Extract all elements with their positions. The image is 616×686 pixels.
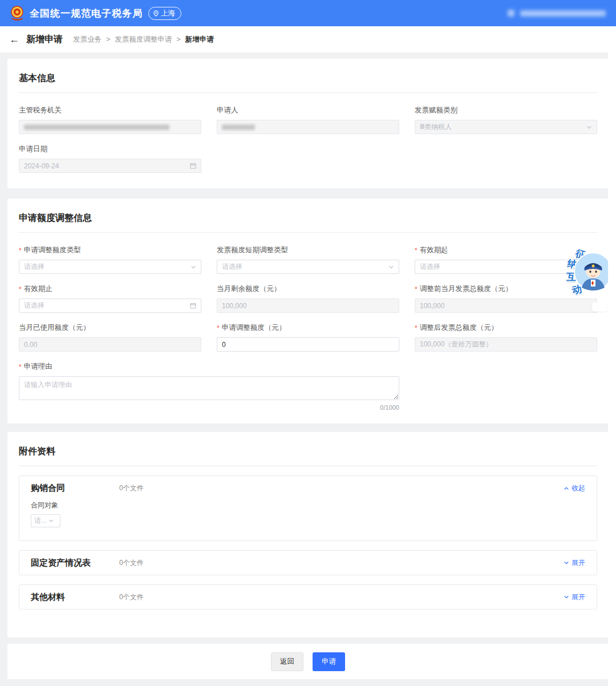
select-placeholder: 请选择	[24, 301, 44, 310]
page-header: ← 新增申请 发票业务 > 发票额度调整申请 > 新增申请	[0, 26, 616, 53]
char-counter: 0/1000	[19, 404, 399, 411]
field-short-term-type: 发票额度短期调整类型 请选择	[217, 245, 399, 274]
apply-date-input: 2024-09-24	[19, 159, 201, 173]
calendar-icon	[190, 163, 196, 169]
field-reason: 申请理由 0/1000	[19, 362, 597, 411]
breadcrumb: 发票业务 > 发票额度调整申请 > 新增申请	[73, 35, 214, 45]
field-tax-authority: 主管税务机关	[19, 106, 201, 134]
quota-category-select: Ⅲ类纳税人	[415, 120, 597, 134]
widget-minimized-stub[interactable]	[592, 302, 607, 312]
location-label: 上海	[161, 9, 175, 18]
location-switcher[interactable]: 上海	[148, 7, 181, 20]
location-pin-icon	[153, 10, 159, 17]
quota-category-value: Ⅲ类纳税人	[420, 122, 452, 132]
field-apply-date: 申请日期 2024-09-24	[19, 144, 201, 173]
breadcrumb-separator: >	[176, 35, 180, 43]
adjust-type-select[interactable]: 请选择	[19, 260, 201, 274]
chevron-down-icon	[586, 124, 592, 130]
before-total-input: 100,000	[415, 298, 597, 313]
chevron-down-icon	[564, 560, 569, 566]
field-after-total: 调整后发票总额度（元） 100,000（壹拾万圆整）	[415, 323, 597, 352]
attachment-title: 固定资产情况表	[31, 558, 119, 568]
section-title: 申请额度调整信息	[19, 209, 597, 232]
after-total-input: 100,000（壹拾万圆整）	[415, 337, 597, 352]
divider	[19, 92, 597, 93]
tax-authority-input	[19, 120, 201, 134]
attachments-section: 附件资料 购销合同 0个文件 收起 合同对象 请... 固定资产情况表 0个文件…	[7, 432, 609, 637]
user-name-redacted	[520, 10, 606, 17]
attachment-card-fixed-assets: 固定资产情况表 0个文件 展开	[19, 550, 597, 575]
field-label: 当月已使用额度（元）	[19, 323, 201, 333]
chevron-down-icon	[48, 518, 54, 523]
app-title: 全国统一规范电子税务局	[30, 7, 143, 20]
select-placeholder: 请...	[34, 516, 47, 526]
divider	[19, 466, 597, 466]
short-term-type-select[interactable]: 请选择	[217, 260, 399, 274]
toggle-label: 展开	[572, 558, 585, 568]
field-applicant: 申请人	[217, 106, 399, 134]
attachment-title: 购销合同	[31, 483, 119, 494]
remaining-quota-value: 100,000	[222, 302, 246, 310]
attachment-card-other: 其他材料 0个文件 展开	[19, 584, 597, 610]
chevron-down-icon	[564, 594, 569, 600]
toggle-label: 展开	[572, 592, 585, 602]
breadcrumb-item[interactable]: 发票业务	[73, 35, 102, 45]
field-adjust-type: 申请调整额度类型 请选择	[19, 245, 201, 274]
attachment-file-count: 0个文件	[119, 592, 144, 602]
app-header: 全国统一规范电子税务局 上海	[0, 0, 616, 26]
reason-textarea[interactable]	[19, 376, 399, 400]
used-quota-input: 0.00	[19, 337, 201, 352]
submit-button[interactable]: 申请	[313, 652, 345, 671]
select-placeholder: 请选择	[24, 262, 44, 272]
select-placeholder: 请选择	[420, 262, 440, 272]
header-user-area[interactable]	[508, 0, 606, 26]
interaction-widget[interactable]: 征 纳 互 动	[564, 250, 615, 299]
divider	[19, 232, 597, 233]
after-total-value: 100,000（壹拾万圆整）	[420, 340, 492, 349]
field-adjust-amount: 申请调整额度（元）	[217, 323, 399, 352]
field-label: 当月剩余额度（元）	[217, 284, 399, 294]
contract-object-select[interactable]: 请...	[31, 514, 60, 527]
used-quota-value: 0.00	[24, 341, 37, 349]
breadcrumb-item[interactable]: 发票额度调整申请	[115, 35, 172, 45]
field-quota-category: 发票赋额类别 Ⅲ类纳税人	[415, 106, 597, 134]
attachment-file-count: 0个文件	[119, 483, 144, 493]
valid-to-datepicker[interactable]: 请选择	[19, 298, 201, 313]
field-label: 有效期止	[19, 284, 201, 294]
calendar-icon	[190, 302, 196, 309]
redacted-value	[222, 124, 255, 130]
expand-toggle[interactable]: 展开	[564, 592, 585, 602]
basic-info-section: 基本信息 主管税务机关 申请人 发票赋额类别 Ⅲ类纳税人 申请日期	[7, 59, 609, 188]
redacted-value	[24, 124, 169, 130]
breadcrumb-separator: >	[106, 35, 110, 43]
page-title: 新增申请	[26, 34, 63, 46]
field-label: 发票额度短期调整类型	[217, 245, 399, 255]
tax-officer-avatar-icon	[574, 252, 613, 291]
footer-action-bar: 返回 申请	[7, 644, 609, 679]
field-label: 调整后发票总额度（元）	[415, 323, 597, 333]
toggle-label: 收起	[572, 483, 585, 493]
select-placeholder: 请选择	[222, 262, 242, 272]
applicant-input	[217, 120, 399, 134]
adjust-amount-input[interactable]	[217, 337, 399, 352]
chevron-down-icon	[191, 264, 196, 270]
apply-date-value: 2024-09-24	[24, 162, 59, 170]
contract-object-label: 合同对象	[31, 501, 585, 510]
field-label: 申请调整额度（元）	[217, 323, 399, 333]
user-avatar	[508, 10, 514, 17]
before-total-value: 100,000	[420, 302, 444, 310]
field-remaining-quota: 当月剩余额度（元） 100,000	[217, 284, 399, 313]
collapse-toggle[interactable]: 收起	[564, 483, 585, 493]
back-arrow-icon[interactable]: ←	[9, 34, 19, 45]
breadcrumb-current: 新增申请	[185, 35, 214, 45]
chevron-up-icon	[564, 486, 569, 491]
adjust-info-section: 申请额度调整信息 申请调整额度类型 请选择 发票额度短期调整类型 请选择 有效期…	[7, 199, 609, 423]
expand-toggle[interactable]: 展开	[564, 558, 585, 568]
scrollbar-track[interactable]	[608, 26, 616, 686]
section-title: 附件资料	[19, 442, 597, 466]
back-button[interactable]: 返回	[271, 652, 303, 671]
attachment-file-count: 0个文件	[119, 558, 144, 568]
remaining-quota-input: 100,000	[217, 298, 399, 313]
tax-bureau-logo-icon	[9, 5, 25, 21]
field-label: 申请日期	[19, 144, 201, 154]
